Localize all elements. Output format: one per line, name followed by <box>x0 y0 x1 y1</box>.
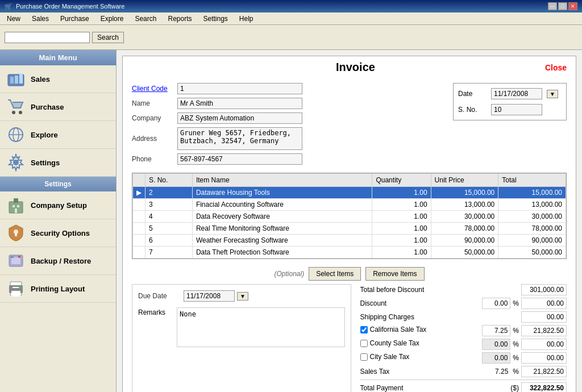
row-item-name: Data Theft Protection Software <box>192 247 372 258</box>
backup-restore-icon <box>7 252 25 270</box>
date-picker-button[interactable]: ▼ <box>547 90 558 98</box>
app-title: Purchase Order Management Software <box>16 3 124 10</box>
table-row[interactable]: 3 Finacial Accounting Software 1.00 13,0… <box>133 199 566 211</box>
county-sale-tax-label: County Sale Tax <box>370 339 419 347</box>
phone-input[interactable] <box>177 153 302 165</box>
purchase-icon <box>7 98 25 116</box>
sidebar-item-settings[interactable]: Settings <box>0 149 116 177</box>
total-payment-value: 322,822.50 <box>521 382 567 392</box>
search-box: Search <box>5 32 124 43</box>
client-code-input[interactable] <box>177 83 302 94</box>
sidebar-company-setup-label: Company Setup <box>31 201 87 210</box>
col-unit-price: Unit Price <box>431 174 498 187</box>
due-date-input[interactable] <box>184 290 235 302</box>
client-code-label[interactable]: Client Code <box>132 85 177 93</box>
shipping-charges-value: 00.00 <box>521 311 567 323</box>
sidebar-item-sales[interactable]: Sales <box>0 65 116 93</box>
select-items-button[interactable]: Select Items <box>309 267 361 281</box>
row-unit-price: 78,000.00 <box>431 223 498 235</box>
menu-explore[interactable]: Explore <box>96 14 128 24</box>
row-arrow <box>133 211 146 223</box>
menu-new[interactable]: New <box>2 14 25 24</box>
name-input[interactable] <box>177 98 302 109</box>
sales-tax-row: Sales Tax 7.25 % 21,822.50 <box>360 366 567 377</box>
row-sno: 2 <box>146 187 193 199</box>
svg-rect-17 <box>15 233 17 236</box>
menu-settings[interactable]: Settings <box>199 14 232 24</box>
window-close-button[interactable]: ✕ <box>568 2 577 10</box>
company-setup-icon <box>7 196 25 214</box>
sidebar-purchase-label: Purchase <box>31 103 64 111</box>
sno-input[interactable] <box>491 104 542 115</box>
bottom-section: Due Date ▼ Remarks None Total before Dis… <box>132 284 567 392</box>
sno-label: S. No. <box>458 106 487 114</box>
california-tax-rate-input[interactable] <box>482 325 510 336</box>
discount-percent: % <box>513 299 519 307</box>
remarks-label: Remarks <box>138 307 172 316</box>
maximize-button[interactable]: □ <box>558 2 567 10</box>
total-before-discount-label: Total before Discount <box>360 286 522 294</box>
city-tax-rate-input[interactable] <box>482 352 510 364</box>
menu-help[interactable]: Help <box>235 14 258 24</box>
row-unit-price: 15,000.00 <box>431 187 498 199</box>
search-button[interactable]: Search <box>92 32 124 43</box>
invoice-close-button[interactable]: Close <box>545 63 567 72</box>
due-date-picker-button[interactable]: ▼ <box>237 292 248 301</box>
discount-rate-input[interactable] <box>482 298 510 309</box>
city-sale-tax-checkbox[interactable] <box>360 353 368 361</box>
table-row[interactable]: 5 Real Time Monitoring Software 1.00 78,… <box>133 223 566 235</box>
row-arrow <box>133 247 146 258</box>
county-sale-tax-checkbox[interactable] <box>360 340 368 347</box>
california-sale-tax-checkbox[interactable] <box>360 326 368 333</box>
sales-tax-percent: % <box>513 368 519 376</box>
svg-point-4 <box>12 111 15 114</box>
company-input[interactable] <box>177 112 302 124</box>
toolbar: Search <box>0 25 582 50</box>
table-row[interactable]: 4 Data Recovery Software 1.00 30,000.00 … <box>133 211 566 223</box>
remarks-section: Remarks None <box>138 307 345 347</box>
row-item-name: Real Time Monitoring Software <box>192 223 372 235</box>
row-total: 90,000.00 <box>498 235 566 247</box>
sno-row: S. No. <box>458 104 562 115</box>
total-payment-label: Total Payment <box>360 384 511 392</box>
menu-reports[interactable]: Reports <box>163 14 196 24</box>
row-qty: 1.00 <box>372 235 431 247</box>
row-total: 13,000.00 <box>498 199 566 211</box>
sidebar-item-explore[interactable]: Explore <box>0 121 116 149</box>
sidebar-sales-label: Sales <box>31 75 50 84</box>
sidebar-item-printing-layout[interactable]: Printing Layout <box>0 275 116 303</box>
sidebar-settings-label: Settings <box>31 159 60 167</box>
county-tax-rate-input[interactable] <box>482 339 510 350</box>
sidebar-item-backup-restore[interactable]: Backup / Restore <box>0 247 116 275</box>
row-sno: 6 <box>146 235 193 247</box>
date-input[interactable] <box>491 88 542 99</box>
remove-items-button[interactable]: Remove Items <box>365 267 424 281</box>
menu-search[interactable]: Search <box>130 14 161 24</box>
table-row[interactable]: 6 Weather Forecasting Software 1.00 90,0… <box>133 235 566 247</box>
row-item-name: Data Recovery Software <box>192 211 372 223</box>
row-qty: 1.00 <box>372 211 431 223</box>
row-total: 15,000.00 <box>498 187 566 199</box>
table-row[interactable]: 7 Data Theft Protection Software 1.00 50… <box>133 247 566 258</box>
menu-sales[interactable]: Sales <box>27 14 53 24</box>
sidebar-item-security-options[interactable]: Security Options <box>0 219 116 247</box>
row-unit-price: 13,000.00 <box>431 199 498 211</box>
address-label: Address <box>132 135 177 143</box>
discount-value: 00.00 <box>521 298 567 309</box>
menu-purchase[interactable]: Purchase <box>56 14 94 24</box>
sidebar-item-purchase[interactable]: Purchase <box>0 93 116 121</box>
optional-label: (Optional) <box>274 270 304 278</box>
sidebar-item-company-setup[interactable]: Company Setup <box>0 191 116 219</box>
search-input[interactable] <box>5 32 90 43</box>
address-input[interactable]: Gruner Weg 5657, Friedberg, Butzbach, 32… <box>177 127 302 150</box>
table-row[interactable]: ▶ 2 Dataware Housing Tools 1.00 15,000.0… <box>133 187 566 199</box>
sales-tax-rate: 7.25 <box>495 368 508 376</box>
col-arrow <box>133 174 146 187</box>
city-tax-checkbox-row: City Sale Tax <box>360 353 483 361</box>
shipping-charges-row: Shipping Charges 00.00 <box>360 311 567 323</box>
minimize-button[interactable]: — <box>548 2 557 10</box>
sidebar-printing-layout-label: Printing Layout <box>31 285 85 293</box>
invoice-header: Invoice Close <box>123 56 576 78</box>
remarks-input[interactable]: None <box>177 307 345 347</box>
col-item-name: Item Name <box>192 174 372 187</box>
